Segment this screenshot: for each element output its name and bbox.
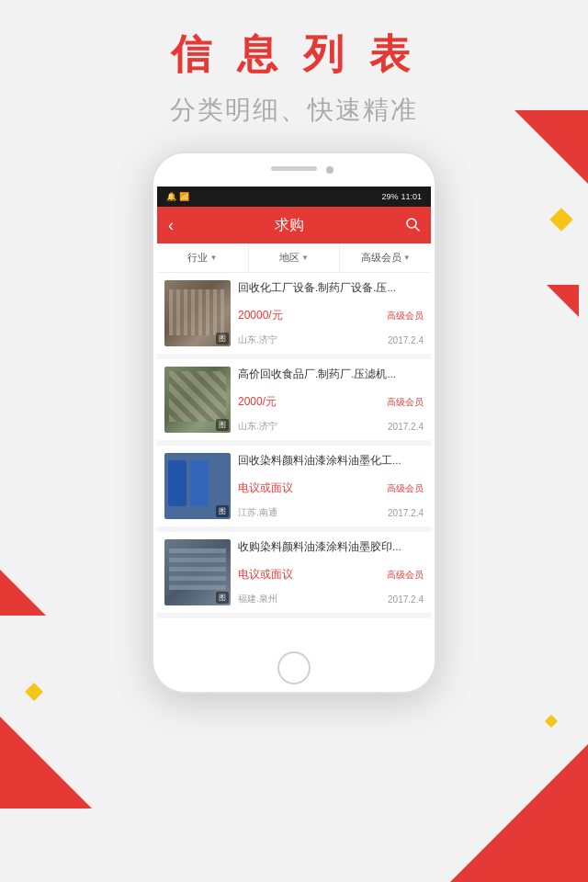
battery-text: 29% — [381, 192, 398, 201]
filter-industry[interactable]: 行业 ▼ — [157, 243, 249, 272]
item-date-3: 2017.2.4 — [388, 508, 424, 518]
item-image-4: 图 — [164, 539, 231, 605]
item-image-1: 图 — [164, 280, 231, 346]
phone-screen: 🔔 📶 29% 11:01 ‹ 求购 — [157, 187, 431, 644]
item-price-2: 2000/元 — [238, 394, 277, 410]
filter-member-arrow: ▼ — [403, 254, 411, 262]
list-item[interactable]: 图 收购染料颜料油漆涂料油墨胶印... 电议或面议 高级会员 福建.泉州 201… — [157, 532, 431, 613]
item-image-3: 图 — [164, 453, 231, 519]
item-location-1: 山东.济宁 — [238, 334, 277, 346]
item-price-3: 电议或面议 — [238, 481, 293, 496]
item-location-row-3: 江苏.南通 2017.2.4 — [238, 506, 424, 519]
item-title-2: 高价回收食品厂.制药厂.压滤机... — [238, 367, 424, 381]
list-item[interactable]: 图 高价回收食品厂.制药厂.压滤机... 2000/元 高级会员 山东.济宁 2… — [157, 359, 431, 440]
img-label-3: 图 — [216, 505, 229, 517]
app-toolbar: ‹ 求购 — [157, 207, 431, 243]
status-left-icons: 🔔 📶 — [166, 192, 189, 201]
item-price-row-3: 电议或面议 高级会员 — [238, 481, 424, 496]
filter-region-label: 地区 — [279, 251, 300, 265]
list-item[interactable]: 图 回收化工厂设备.制药厂设备.压... 20000/元 高级会员 山东.济宁 … — [157, 273, 431, 354]
deco-diamond-bottom-right2 — [545, 715, 558, 728]
status-bar: 🔔 📶 29% 11:01 — [157, 187, 431, 207]
item-title-4: 收购染料颜料油漆涂料油墨胶印... — [238, 539, 424, 554]
main-title: 信 息 列 表 — [0, 28, 588, 82]
filter-member-label: 高级会员 — [361, 251, 401, 265]
item-badge-4: 高级会员 — [387, 569, 424, 582]
sub-title: 分类明细、快速精准 — [0, 93, 588, 128]
deco-tri-small-right — [547, 285, 579, 317]
list-container: 图 回收化工厂设备.制药厂设备.压... 20000/元 高级会员 山东.济宁 … — [157, 273, 431, 618]
phone-outer: 🔔 📶 29% 11:01 ‹ 求购 — [152, 152, 436, 694]
item-title-1: 回收化工厂设备.制药厂设备.压... — [238, 280, 424, 295]
time-text: 11:01 — [401, 192, 422, 201]
img-label-2: 图 — [216, 419, 229, 431]
item-content-4: 收购染料颜料油漆涂料油墨胶印... 电议或面议 高级会员 福建.泉州 2017.… — [231, 539, 424, 605]
item-price-row-2: 2000/元 高级会员 — [238, 394, 424, 410]
deco-diamond-bottom-left — [25, 683, 43, 701]
phone-speaker — [271, 166, 317, 171]
item-badge-3: 高级会员 — [387, 482, 424, 495]
deco-diamond-top-right — [549, 208, 572, 231]
toolbar-title: 求购 — [174, 216, 405, 235]
filter-industry-arrow: ▼ — [209, 254, 217, 262]
item-date-2: 2017.2.4 — [388, 422, 424, 432]
item-date-1: 2017.2.4 — [388, 335, 424, 345]
item-price-4: 电议或面议 — [238, 567, 293, 582]
item-location-row-1: 山东.济宁 2017.2.4 — [238, 334, 424, 346]
item-location-2: 山东.济宁 — [238, 420, 277, 433]
img-label-1: 图 — [216, 333, 229, 345]
item-badge-2: 高级会员 — [387, 396, 424, 409]
item-content-3: 回收染料颜料油漆涂料油墨化工... 电议或面议 高级会员 江苏.南通 2017.… — [231, 453, 424, 519]
img-label-4: 图 — [216, 592, 229, 604]
item-price-1: 20000/元 — [238, 308, 283, 323]
item-date-4: 2017.2.4 — [388, 594, 424, 605]
item-image-2: 图 — [164, 367, 231, 433]
filter-member[interactable]: 高级会员 ▼ — [340, 243, 431, 272]
search-icon[interactable] — [405, 217, 420, 234]
filter-industry-label: 行业 — [187, 251, 208, 265]
item-location-row-4: 福建.泉州 2017.2.4 — [238, 593, 424, 605]
phone-home-button[interactable] — [277, 651, 311, 684]
svg-line-1 — [415, 227, 419, 231]
filter-region-arrow: ▼ — [301, 254, 309, 262]
item-price-row-4: 电议或面议 高级会员 — [238, 567, 424, 582]
filter-region[interactable]: 地区 ▼ — [249, 243, 341, 272]
header-area: 信 息 列 表 分类明细、快速精准 — [0, 28, 588, 128]
item-location-row-2: 山东.济宁 2017.2.4 — [238, 420, 424, 433]
item-location-4: 福建.泉州 — [238, 593, 277, 605]
deco-tri-bottom-left — [0, 717, 92, 808]
list-item[interactable]: 图 回收染料颜料油漆涂料油墨化工... 电议或面议 高级会员 江苏.南通 201… — [157, 446, 431, 526]
item-title-3: 回收染料颜料油漆涂料油墨化工... — [238, 453, 424, 468]
deco-tri-mid-left — [0, 570, 46, 616]
filter-bar: 行业 ▼ 地区 ▼ 高级会员 ▼ — [157, 243, 431, 273]
phone-camera — [326, 166, 334, 174]
item-price-row-1: 20000/元 高级会员 — [238, 308, 424, 323]
item-content-1: 回收化工厂设备.制药厂设备.压... 20000/元 高级会员 山东.济宁 20… — [231, 280, 424, 346]
item-content-2: 高价回收食品厂.制药厂.压滤机... 2000/元 高级会员 山东.济宁 201… — [231, 367, 424, 433]
status-right: 29% 11:01 — [381, 192, 422, 201]
item-location-3: 江苏.南通 — [238, 506, 277, 519]
item-badge-1: 高级会员 — [387, 310, 424, 322]
phone-mockup: 🔔 📶 29% 11:01 ‹ 求购 — [152, 152, 436, 694]
deco-tri-bottom-right — [450, 744, 588, 882]
